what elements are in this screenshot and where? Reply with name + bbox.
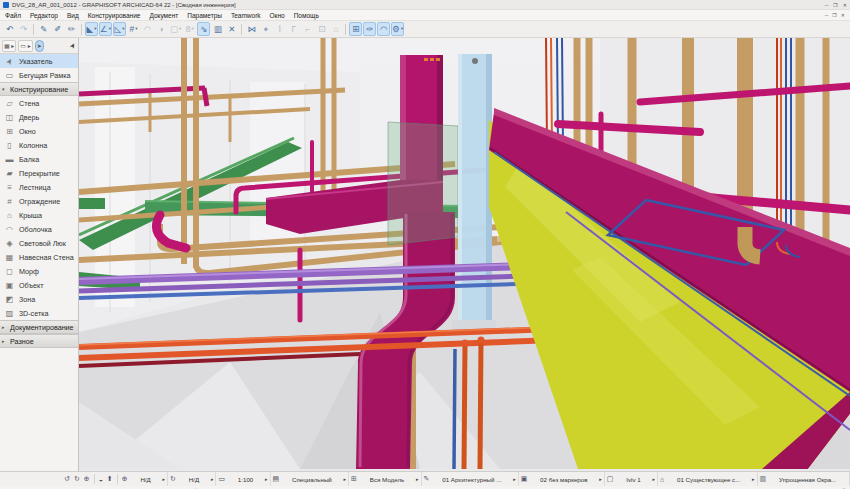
menu-item[interactable]: Конструирование	[88, 12, 141, 19]
toolbar-button-icon[interactable]: ◗	[155, 22, 168, 36]
toolbar-button-icon[interactable]: Ⅰ	[273, 22, 286, 36]
toolbox-header-button[interactable]: ➤	[35, 40, 44, 52]
tool-label: Конструирование	[10, 85, 68, 94]
toolbar-button-icon[interactable]: ✎	[37, 22, 50, 36]
quick-option-icon: ▤	[273, 475, 280, 483]
toolbar-button-icon[interactable]: ⌖	[259, 22, 272, 36]
menu-item[interactable]: Документ	[149, 12, 178, 19]
toolbox-tool-item[interactable]: ◠Оболочка	[0, 222, 78, 236]
toolbox-header-button[interactable]: ▦ ▸	[2, 40, 16, 52]
quick-option-dropdown[interactable]: ↻Н/Д▸	[168, 472, 216, 486]
toolbox-tool-item[interactable]: ≡Лестница	[0, 180, 78, 194]
toolbar-button-icon[interactable]: Γ	[287, 22, 300, 36]
maximize-icon[interactable]: ❒	[833, 2, 837, 8]
toolbar-button-icon[interactable]: ↶	[3, 22, 16, 36]
toolbar-button-icon[interactable]: ✐	[51, 22, 64, 36]
quick-option-dropdown[interactable]: ▭1:100▸	[216, 472, 270, 486]
menu-item[interactable]: Teamwork	[231, 12, 261, 19]
toolbox-header-button[interactable]: ▭ ▸	[18, 40, 32, 52]
toolbar-button-icon[interactable]: 8▾	[183, 22, 196, 36]
toolbar-button-icon[interactable]: ⋈	[245, 22, 258, 36]
doc-minimize-icon[interactable]: ─	[825, 12, 829, 18]
quick-option-icon: ✎	[424, 475, 430, 483]
toolbox-tool-item[interactable]: ⊞Окно	[0, 124, 78, 138]
toolbar-button-icon[interactable]: ◠	[141, 22, 154, 36]
toolbox-tool-item[interactable]: ◩Зона	[0, 292, 78, 306]
toolbox-tool-item[interactable]: ▨3D-сетка	[0, 306, 78, 320]
toolbar-button-icon[interactable]: ▢▾	[169, 22, 182, 36]
quick-option-dropdown[interactable]: ▥Упрощенная Окра...	[758, 472, 850, 486]
tool-label: Ограждение	[19, 197, 60, 206]
quick-option-dropdown[interactable]: ▣02 без маркеров▸	[519, 472, 605, 486]
toolbar-button-icon[interactable]: ⚙▾	[391, 22, 404, 36]
menu-item[interactable]: Параметры	[187, 12, 222, 19]
toolbar-button-icon[interactable]: ∠▾	[99, 22, 112, 36]
menu-item[interactable]: Помощь	[294, 12, 319, 19]
toolbar-button-icon[interactable]: #▾	[127, 22, 140, 36]
tool-icon: ▦	[4, 253, 15, 262]
toolbox-tool-item[interactable]: ▬Балка	[0, 152, 78, 166]
menu-item[interactable]: Файл	[5, 12, 21, 19]
3d-viewport[interactable]	[79, 38, 850, 471]
toolbox-tool-item[interactable]: ▱Стена	[0, 96, 78, 110]
quickbar-icon[interactable]: ↻	[74, 475, 80, 483]
toolbar-button-icon[interactable]: ⌐	[301, 22, 314, 36]
toolbox-group-header[interactable]: ▾Конструирование	[0, 82, 78, 96]
tool-icon: ▱	[4, 99, 15, 108]
toolbox-tool-item[interactable]: ◻Морф	[0, 264, 78, 278]
group-caret-icon: ▸	[2, 324, 8, 330]
toolbar-button-icon[interactable]: ⇘	[197, 22, 210, 36]
toolbar-button-icon[interactable]: ◺▾	[113, 22, 126, 36]
quickbar-icon[interactable]: ⬆	[107, 475, 113, 483]
tool-label: Балка	[19, 155, 39, 164]
doc-restore-icon[interactable]: ❒	[832, 12, 836, 18]
toolbar-button-icon[interactable]: ✏	[65, 22, 78, 36]
quickbar-icon[interactable]: ⊕	[84, 475, 90, 483]
toolbox-tool-item[interactable]: #Ограждение	[0, 194, 78, 208]
quick-option-dropdown[interactable]: ▤Специальный▸	[271, 472, 350, 486]
quick-option-dropdown[interactable]: ▢Ivlv 1▸	[605, 472, 658, 486]
toolbox-tool-item[interactable]: ▦Навесная Стена	[0, 250, 78, 264]
toolbox-tool-item[interactable]: ▣Объект	[0, 278, 78, 292]
minimize-icon[interactable]: ─	[825, 2, 829, 8]
toolbar-button-icon[interactable]: ◣▾	[85, 22, 98, 36]
quick-option-label: 1:100	[227, 476, 264, 483]
toolbar-button-icon[interactable]: ⌂	[329, 22, 342, 36]
toolbar-button-icon[interactable]: ▥	[211, 22, 224, 36]
toolbar-button-icon[interactable]: ✑	[363, 22, 376, 36]
dropdown-caret-icon: ▾	[401, 27, 403, 32]
quick-options-bar: ↺↻⊕◒⬆⊕Н/Д▸↻Н/Д▸▭1:100▸▤Специальный▸⊞Вся …	[0, 471, 850, 486]
toolbox-tool-item[interactable]: ▰Перекрытие	[0, 166, 78, 180]
toolbar-button-icon[interactable]: ⊞	[349, 22, 362, 36]
toolbox-tool-item[interactable]: ◫Дверь	[0, 110, 78, 124]
toolbox-tool-item[interactable]: ▭Бегущая Рамка	[0, 68, 78, 82]
toolbox-tool-item[interactable]: ⌂Крыша	[0, 208, 78, 222]
toolbox-group-header[interactable]: ▸Документирование	[0, 320, 78, 334]
toolbar-button-icon[interactable]: ↷	[17, 22, 30, 36]
quickbar-icon[interactable]: ↺	[64, 475, 70, 483]
quick-option-dropdown[interactable]: ⌂01 Существующее с...▸	[658, 472, 758, 486]
toolbox-tool-item[interactable]: ➤Указатель	[0, 54, 78, 68]
tool-label: 3D-сетка	[19, 309, 49, 318]
quick-option-dropdown[interactable]: ✎01 Архитектурный ...▸	[422, 472, 519, 486]
doc-close-icon[interactable]: ✕	[841, 12, 845, 18]
menu-item[interactable]: Редактор	[30, 12, 58, 19]
quick-option-dropdown[interactable]: ⊕Н/Д▸	[120, 472, 168, 486]
menu-item[interactable]: Вид	[67, 12, 79, 19]
tool-icon: ▨	[4, 309, 15, 318]
close-icon[interactable]: ✕	[843, 2, 847, 8]
toolbar-button-icon[interactable]: ✕	[225, 22, 238, 36]
quick-option-icon: ▣	[521, 475, 528, 483]
quickbar-icon[interactable]: ◒	[99, 476, 103, 483]
main-toolbar: ↶↷✎✐✏◣▾∠▾◺▾#▾◠◗▢▾8▾⇘▥✕⋈⌖ⅠΓ⌐⊡⌂⊞✑◠⚙▾	[0, 21, 850, 38]
tool-label: Указатель	[19, 57, 53, 66]
toolbox-group-header[interactable]: ▸Разное	[0, 334, 78, 348]
toolbar-button-icon[interactable]: ◠	[377, 22, 390, 36]
toolbox-items: ➤Указатель▭Бегущая Рамка▾Конструирование…	[0, 54, 78, 471]
toolbox-tool-item[interactable]: ▯Колонна	[0, 138, 78, 152]
toolbox-tool-item[interactable]: ◈Световой Люк	[0, 236, 78, 250]
quick-option-label: Н/Д	[130, 476, 162, 483]
toolbar-button-icon[interactable]: ⊡	[315, 22, 328, 36]
menu-item[interactable]: Окно	[270, 12, 285, 19]
quick-option-dropdown[interactable]: ⊞Вся Модель▸	[349, 472, 421, 486]
